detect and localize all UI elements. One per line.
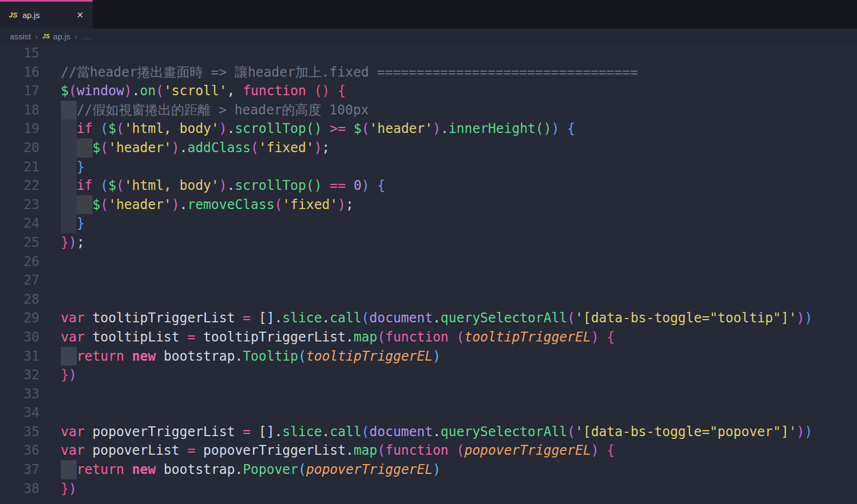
code-text: }): [61, 481, 77, 496]
breadcrumb-item-file[interactable]: ap.js: [53, 32, 71, 41]
line-number[interactable]: 17: [0, 82, 39, 101]
code-content: [61, 385, 857, 404]
code-content: [61, 271, 857, 290]
code-line[interactable]: 30var tooltipList = tooltipTriggerList.m…: [0, 328, 857, 347]
code-line[interactable]: 38}): [0, 479, 857, 499]
line-number[interactable]: 36: [0, 441, 39, 460]
line-number[interactable]: 35: [0, 422, 39, 442]
code-text: //假如視窗捲出的距離 > header的高度 100px: [61, 102, 369, 118]
line-number[interactable]: 29: [0, 309, 39, 328]
code-content: }: [61, 214, 857, 233]
chevron-right-icon: ›: [75, 32, 78, 41]
line-number[interactable]: 31: [0, 347, 39, 366]
code-text: if ($('html, body').scrollTop() == 0) {: [61, 178, 386, 193]
code-line[interactable]: 21 }: [0, 158, 857, 177]
code-line[interactable]: 19 if ($('html, body').scrollTop() >= $(…: [0, 119, 857, 138]
line-number[interactable]: 32: [0, 366, 39, 385]
code-line[interactable]: 20 $('header').addClass('fixed');: [0, 138, 857, 158]
code-content: }): [61, 366, 857, 385]
code-line[interactable]: 22 if ($('html, body').scrollTop() == 0)…: [0, 176, 857, 195]
code-content: var popoverTriggerList = [].slice.call(d…: [61, 422, 857, 442]
code-line[interactable]: 33: [0, 385, 857, 404]
code-line[interactable]: 24 }: [0, 214, 857, 233]
code-line[interactable]: 36var popoverList = popoverTriggerList.m…: [0, 441, 857, 460]
code-text: var tooltipTriggerList = [].slice.call(d…: [61, 310, 813, 326]
code-line[interactable]: 29var tooltipTriggerList = [].slice.call…: [0, 309, 857, 328]
code-content: $('header').addClass('fixed');: [61, 138, 857, 158]
code-text: var popoverList = popoverTriggerList.map…: [61, 443, 615, 458]
code-line[interactable]: 25});: [0, 233, 857, 252]
code-content: if ($('html, body').scrollTop() >= $('he…: [61, 119, 857, 138]
code-line[interactable]: 17$(window).on('scroll', function () {: [0, 82, 857, 101]
code-text: //當header捲出畫面時 => 讓header加上.fixed ======…: [61, 65, 638, 80]
code-editor[interactable]: 1516//當header捲出畫面時 => 讓header加上.fixed ==…: [0, 44, 857, 504]
line-number[interactable]: 28: [0, 290, 39, 309]
code-line[interactable]: 16//當header捲出畫面時 => 讓header加上.fixed ====…: [0, 63, 857, 82]
code-content: $(window).on('scroll', function () {: [61, 82, 857, 101]
code-text: $('header').addClass('fixed');: [61, 140, 330, 155]
code-text: return new bootstrap.Tooltip(tooltipTrig…: [61, 349, 441, 364]
line-number[interactable]: 27: [0, 271, 39, 290]
code-line[interactable]: 15: [0, 44, 857, 63]
tab-bar: JS ap.js ✕: [0, 0, 857, 28]
code-content: [61, 290, 857, 309]
code-content: if ($('html, body').scrollTop() == 0) {: [61, 176, 857, 195]
js-file-icon: JS: [9, 11, 18, 19]
line-number[interactable]: 24: [0, 214, 39, 233]
code-line[interactable]: 35var popoverTriggerList = [].slice.call…: [0, 422, 857, 442]
breadcrumb-item-folder[interactable]: assist: [10, 32, 31, 41]
chevron-right-icon: ›: [35, 32, 38, 41]
code-text: $(window).on('scroll', function () {: [61, 83, 346, 99]
code-line[interactable]: 26: [0, 252, 857, 271]
line-number[interactable]: 21: [0, 158, 39, 177]
line-number[interactable]: 18: [0, 101, 39, 120]
code-text: $('header').removeClass('fixed');: [61, 197, 354, 212]
code-line[interactable]: 18 //假如視窗捲出的距離 > header的高度 100px: [0, 101, 857, 120]
line-number[interactable]: 26: [0, 252, 39, 271]
code-line[interactable]: 32}): [0, 366, 857, 385]
code-content: //當header捲出畫面時 => 讓header加上.fixed ======…: [61, 63, 857, 82]
tab-apjs[interactable]: JS ap.js ✕: [0, 0, 93, 28]
code-content: [61, 403, 857, 422]
code-area: 1516//當header捲出畫面時 => 讓header加上.fixed ==…: [0, 44, 857, 498]
code-line[interactable]: 34: [0, 403, 857, 422]
breadcrumb: assist › JS ap.js › ...: [0, 28, 857, 44]
code-content: }): [61, 479, 857, 499]
code-line[interactable]: 23 $('header').removeClass('fixed');: [0, 195, 857, 215]
code-content: [61, 44, 857, 63]
code-content: //假如視窗捲出的距離 > header的高度 100px: [61, 101, 857, 120]
line-number[interactable]: 38: [0, 479, 39, 499]
line-number[interactable]: 15: [0, 44, 39, 63]
code-content: [61, 252, 857, 271]
js-file-icon: JS: [42, 33, 49, 39]
code-content: return new bootstrap.Popover(popoverTrig…: [61, 460, 857, 479]
line-number[interactable]: 23: [0, 195, 39, 215]
code-content: return new bootstrap.Tooltip(tooltipTrig…: [61, 347, 857, 366]
line-number[interactable]: 22: [0, 176, 39, 195]
breadcrumb-more[interactable]: ...: [82, 32, 93, 41]
tab-title: ap.js: [22, 10, 74, 20]
line-number[interactable]: 19: [0, 119, 39, 138]
line-number[interactable]: 25: [0, 233, 39, 252]
code-text: var popoverTriggerList = [].slice.call(d…: [61, 424, 813, 439]
code-line[interactable]: 37 return new bootstrap.Popover(popoverT…: [0, 460, 857, 479]
code-content: });: [61, 233, 857, 252]
code-text: var tooltipList = tooltipTriggerList.map…: [61, 329, 615, 345]
code-line[interactable]: 28: [0, 290, 857, 309]
line-number[interactable]: 16: [0, 63, 39, 82]
line-number[interactable]: 34: [0, 403, 39, 422]
code-text: }: [61, 159, 84, 175]
close-icon[interactable]: ✕: [74, 9, 86, 21]
line-number[interactable]: 33: [0, 385, 39, 404]
line-number[interactable]: 20: [0, 138, 39, 158]
code-content: var popoverList = popoverTriggerList.map…: [61, 441, 857, 460]
code-content: var tooltipTriggerList = [].slice.call(d…: [61, 309, 857, 328]
code-content: }: [61, 158, 857, 177]
code-line[interactable]: 27: [0, 271, 857, 290]
code-text: });: [61, 235, 84, 250]
code-line[interactable]: 31 return new bootstrap.Tooltip(tooltipT…: [0, 347, 857, 366]
code-text: return new bootstrap.Popover(popoverTrig…: [61, 462, 441, 477]
line-number[interactable]: 30: [0, 328, 39, 347]
line-number[interactable]: 37: [0, 460, 39, 479]
code-text: if ($('html, body').scrollTop() >= $('he…: [61, 121, 575, 136]
